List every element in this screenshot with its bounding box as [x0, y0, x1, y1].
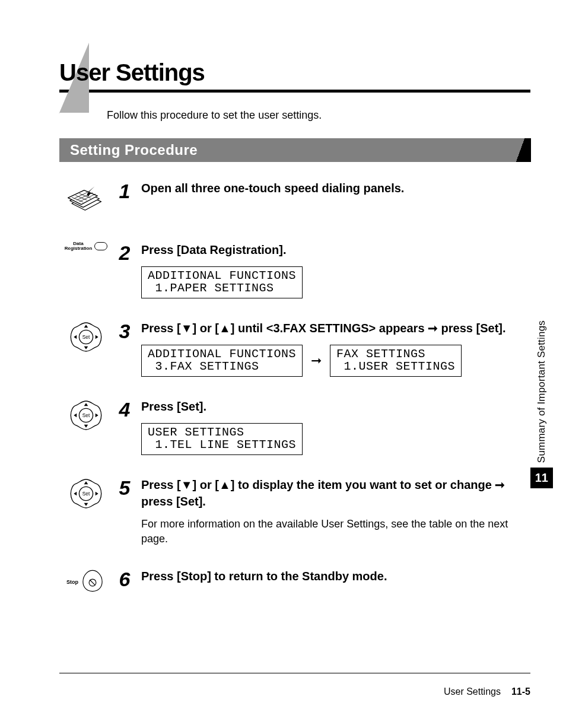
step-icon-column: Stop [59, 568, 113, 596]
title-block: User Settings [59, 59, 530, 93]
svg-text:Set: Set [82, 413, 90, 418]
title-rule [59, 90, 530, 93]
manual-page: User Settings Follow this procedure to s… [0, 0, 566, 728]
stop-label: Stop [66, 579, 78, 585]
triangle-cut [43, 113, 107, 128]
intro-text: Follow this procedure to set the user se… [107, 109, 530, 122]
step-body: Press [Set].USER SETTINGS 1.TEL LINE SET… [141, 398, 530, 455]
step-title: Press [Data Registration]. [141, 241, 530, 258]
step-icon-column: DataRegistration [59, 241, 113, 251]
chapter-number-box: 11 [530, 468, 553, 488]
side-tab-label: Summary of Important Settings [536, 320, 548, 463]
step-body: Press [Data Registration].ADDITIONAL FUN… [141, 241, 530, 298]
step-icon-column [59, 180, 113, 220]
step-body: Open all three one-touch speed dialing p… [141, 180, 530, 196]
step-number: 5 [113, 476, 136, 498]
side-tab: Summary of Important Settings 11 [530, 320, 553, 488]
data-registration-key-icon [94, 242, 107, 250]
data-registration-button-icon: DataRegistration [65, 241, 108, 251]
svg-text:Set: Set [82, 335, 90, 340]
lcd-display: ADDITIONAL FUNCTIONS 3.FAX SETTINGS [141, 345, 303, 377]
step-body: Press [▼] or [▲] to display the item you… [141, 476, 530, 546]
step-title: Open all three one-touch speed dialing p… [141, 180, 530, 196]
panel-illustration-icon [67, 180, 105, 220]
lcd-row: ADDITIONAL FUNCTIONS 3.FAX SETTINGS➞FAX … [141, 345, 530, 377]
lcd-display: FAX SETTINGS 1.USER SETTINGS [330, 345, 462, 377]
footer-section: User Settings [444, 686, 501, 697]
step-body: Press [Stop] to return to the Standby mo… [141, 568, 530, 584]
steps-container: 1Open all three one-touch speed dialing … [59, 180, 530, 596]
set-button-icon: Set [69, 320, 103, 357]
step: DataRegistration 2Press [Data Registrati… [59, 241, 530, 298]
footer-rule [59, 673, 530, 673]
footer-page-number: 11-5 [511, 686, 530, 697]
step: Set 5Press [▼] or [▲] to display the ite… [59, 476, 530, 546]
step-title: Press [▼] or [▲] to display the item you… [141, 476, 530, 510]
set-button-icon: Set [69, 476, 103, 513]
step: Set 4Press [Set].USER SETTINGS 1.TEL LIN… [59, 398, 530, 455]
step-icon-column: Set [59, 398, 113, 435]
page-title: User Settings [59, 59, 530, 86]
lcd-display: ADDITIONAL FUNCTIONS 1.PAPER SETTINGS [141, 266, 303, 298]
step-icon-column: Set [59, 476, 113, 513]
step: 1Open all three one-touch speed dialing … [59, 180, 530, 220]
data-registration-label: DataRegistration [65, 241, 93, 251]
set-button-icon: Set [69, 398, 103, 435]
arrow-icon: ➞ [311, 353, 322, 368]
stop-button-icon: Stop [66, 568, 106, 596]
step-number: 4 [113, 398, 136, 419]
step-title: Press [▼] or [▲] until <3.FAX SETTINGS> … [141, 320, 530, 336]
step-title: Press [Set]. [141, 398, 530, 415]
lcd-row: ADDITIONAL FUNCTIONS 1.PAPER SETTINGS [141, 266, 530, 298]
step-number: 1 [113, 180, 136, 201]
section-heading: Setting Procedure [59, 138, 530, 162]
step: Stop 6Press [Stop] to return to the Stan… [59, 568, 530, 596]
svg-text:Set: Set [82, 491, 90, 497]
step: Set 3Press [▼] or [▲] until <3.FAX SETTI… [59, 320, 530, 377]
step-number: 3 [113, 320, 136, 341]
step-description: For more information on the available Us… [141, 517, 530, 546]
step-number: 2 [113, 241, 136, 263]
step-number: 6 [113, 568, 136, 589]
step-title: Press [Stop] to return to the Standby mo… [141, 568, 530, 584]
stop-key-icon [80, 568, 106, 596]
step-body: Press [▼] or [▲] until <3.FAX SETTINGS> … [141, 320, 530, 377]
lcd-row: USER SETTINGS 1.TEL LINE SETTINGS [141, 423, 530, 455]
lcd-display: USER SETTINGS 1.TEL LINE SETTINGS [141, 423, 303, 455]
page-footer: User Settings 11-5 [444, 686, 530, 697]
step-icon-column: Set [59, 320, 113, 357]
